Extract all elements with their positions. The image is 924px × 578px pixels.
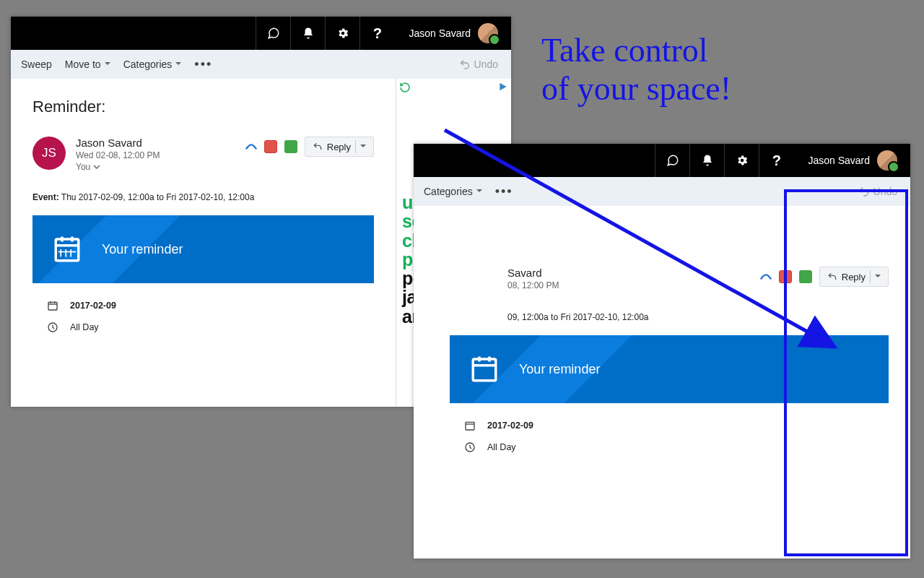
boomerang-icon[interactable] [245,141,257,152]
undo-button[interactable]: Undo [459,59,498,70]
svg-rect-0 [56,239,79,261]
reminder-time-row: All Day [464,436,874,458]
user-name: Jason Savard [409,27,471,39]
reminder-body: 2017-02-09 All Day [450,403,889,470]
chat-icon[interactable] [256,17,290,50]
message-toolbar: Categories ••• Undo [414,177,910,206]
reply-icon [313,142,323,152]
reply-icon [827,272,837,282]
reply-button[interactable]: Reply [305,137,374,157]
user-menu[interactable]: Jason Savard [793,150,905,171]
todoist-icon[interactable] [779,270,792,283]
undo-icon [459,59,471,70]
user-menu[interactable]: Jason Savard [394,23,505,43]
more-actions-button[interactable]: ••• [194,57,212,72]
chat-icon[interactable] [655,144,689,177]
reminder-banner: Your reminder [450,335,889,403]
chevron-down-icon [360,142,366,152]
bell-icon[interactable] [689,144,724,177]
clock-icon [464,441,476,453]
svg-rect-13 [473,359,496,381]
reminder-body: 2017-02-09 All Day [32,283,374,350]
chevron-down-icon [875,272,881,282]
message-actions: Reply [760,267,889,287]
reminder-date-row: 2017-02-09 [464,415,874,436]
calendar-small-icon [464,420,476,431]
reminder-date-row: 2017-02-09 [47,295,359,316]
outlook-window-after: ? Jason Savard Categories ••• Undo Savar… [414,144,910,558]
svg-rect-17 [466,422,474,430]
sender-name: Jason Savard [76,137,160,149]
evernote-icon[interactable] [284,140,297,153]
undo-icon [858,186,870,197]
help-icon[interactable]: ? [759,144,793,177]
titlebar: ? Jason Savard [414,144,910,177]
recipients-toggle[interactable]: You [76,162,160,172]
undo-button[interactable]: Undo [858,186,897,197]
chevron-down-icon [175,59,181,70]
reminder-card: Your reminder 2017-02-09 All Day [450,335,889,470]
avatar [478,23,498,43]
reminder-title: Your reminder [519,362,600,377]
subject: Reminder: [32,98,374,116]
reading-pane: Savard 08, 12:00 PM Reply 09, 12:0 [414,206,910,558]
event-line: Event: Thu 2017-02-09, 12:00a to Fri 201… [32,192,374,202]
help-icon[interactable]: ? [359,17,394,50]
sweep-button[interactable]: Sweep [21,59,52,70]
content-area: Savard 08, 12:00 PM Reply 09, 12:0 [414,206,910,558]
user-name: Jason Savard [808,155,870,166]
chevron-down-icon [93,163,100,171]
bell-icon[interactable] [290,17,325,50]
gear-icon[interactable] [724,144,759,177]
sender-info: Savard 08, 12:00 PM [507,267,559,292]
reminder-time-row: All Day [47,316,359,338]
calendar-icon [450,335,519,403]
sender-info: Jason Savard Wed 02-08, 12:00 PM You [76,137,160,172]
more-actions-button[interactable]: ••• [495,184,513,199]
calendar-icon [32,215,102,283]
avatar [877,150,897,171]
sender-avatar: JS [32,137,66,170]
reminder-banner: Your reminder [32,215,374,283]
ad-refresh-icon[interactable] [399,82,411,93]
promo-headline: Take control of your space! [541,32,731,108]
reminder-title: Your reminder [102,242,183,257]
sender-date: Wed 02-08, 12:00 PM [76,150,160,160]
reply-button[interactable]: Reply [819,267,889,287]
evernote-icon[interactable] [799,270,812,283]
svg-rect-8 [48,302,57,310]
reading-pane: Reminder: JS Jason Savard Wed 02-08, 12:… [11,79,396,407]
message-header: Savard 08, 12:00 PM Reply [428,267,889,292]
categories-dropdown[interactable]: Categories [123,59,182,70]
categories-dropdown[interactable]: Categories [424,186,482,197]
message-actions: Reply [245,137,374,157]
chevron-down-icon [476,186,482,197]
event-line: 09, 12:00a to Fri 2017-02-10, 12:00a [507,312,889,322]
sender-name: Savard [507,267,559,279]
chevron-down-icon [105,59,110,70]
message-toolbar: Sweep Move to Categories ••• Undo [11,50,511,79]
adchoices-icon[interactable] [498,82,508,92]
calendar-small-icon [47,300,58,311]
move-to-dropdown[interactable]: Move to [65,59,110,70]
reminder-card: Your reminder 2017-02-09 All Day [32,215,374,350]
sender-date: 08, 12:00 PM [507,280,559,290]
gear-icon[interactable] [325,17,359,50]
todoist-icon[interactable] [264,140,277,153]
message-header: JS Jason Savard Wed 02-08, 12:00 PM You [32,137,374,172]
boomerang-icon[interactable] [760,271,772,282]
clock-icon [47,322,58,333]
titlebar: ? Jason Savard [11,17,511,50]
